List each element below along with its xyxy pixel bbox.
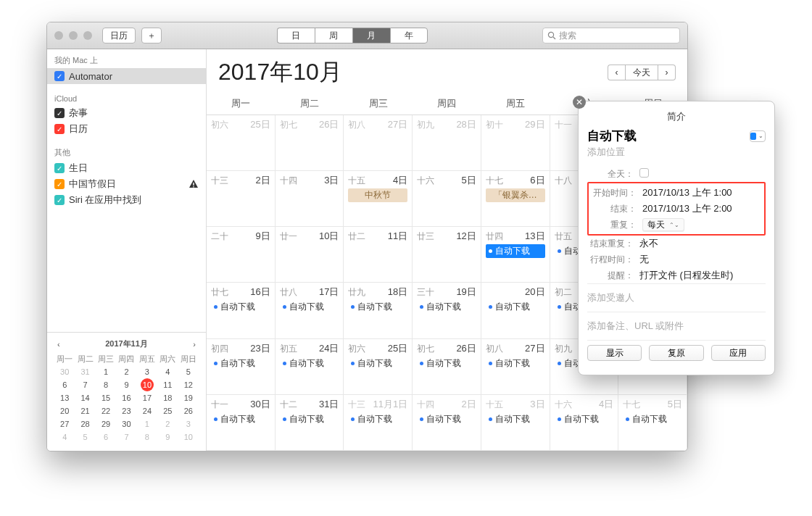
mini-day[interactable]: 13 (54, 391, 75, 404)
event[interactable]: 自动下载 (417, 412, 476, 426)
mini-day[interactable]: 1 (96, 365, 116, 378)
view-week[interactable]: 周 (315, 28, 352, 43)
view-day[interactable]: 日 (277, 28, 315, 43)
event[interactable]: 自动下载 (486, 300, 545, 314)
sidebar-item-misc[interactable]: ✓ 杂事 (47, 105, 206, 121)
prev-month-button[interactable]: ‹ (608, 64, 625, 80)
mini-day[interactable]: 4 (157, 365, 178, 378)
mini-day[interactable]: 20 (54, 404, 75, 417)
calendars-toggle-button[interactable]: 日历 (102, 28, 136, 43)
mini-day[interactable]: 15 (96, 391, 116, 404)
day-cell[interactable]: 廿一10日 (276, 227, 344, 283)
mini-day[interactable]: 16 (116, 391, 136, 404)
event[interactable]: 自动下载 (348, 412, 407, 426)
mini-day[interactable]: 3 (178, 417, 199, 430)
day-cell[interactable]: 三十19日自动下载 (413, 283, 481, 338)
mini-day[interactable]: 21 (75, 404, 95, 417)
apply-button[interactable]: 应用 (711, 345, 766, 361)
repeat-select[interactable]: 每天 ⌃⌄ (642, 218, 684, 231)
day-cell[interactable]: 十三2日 (207, 171, 276, 227)
mini-day[interactable]: 2 (157, 417, 178, 430)
event[interactable]: 自动下载 (348, 300, 407, 314)
event[interactable]: 自动下载 (486, 412, 545, 426)
day-cell[interactable]: 初七26日 (276, 115, 344, 171)
day-cell[interactable]: 初六25日自动下载 (344, 339, 413, 395)
show-button[interactable]: 显示 (587, 345, 642, 361)
add-invitees-field[interactable]: 添加受邀人 (587, 283, 766, 312)
event[interactable]: 自动下载 (280, 412, 339, 426)
mini-day[interactable]: 14 (75, 391, 95, 404)
mini-day[interactable]: 9 (116, 378, 136, 391)
day-cell[interactable]: 十五4日中秋节 (344, 171, 413, 227)
event[interactable]: 自动下载 (348, 357, 407, 370)
sidebar-item-automator[interactable]: ✓ Automator (47, 68, 206, 84)
day-cell[interactable]: 初五24日自动下载 (276, 339, 344, 395)
checkbox-icon[interactable]: ✓ (54, 179, 65, 189)
day-cell[interactable]: 廿七16日自动下载 (207, 283, 276, 338)
sidebar-item-holiday[interactable]: ✓ 中国节假日 (47, 176, 206, 192)
mini-day[interactable]: 25 (157, 404, 178, 417)
mini-day[interactable]: 17 (137, 391, 157, 404)
day-cell[interactable]: 初八27日自动下载 (481, 339, 550, 395)
day-cell[interactable]: 十一30日自动下载 (207, 395, 276, 451)
day-cell[interactable]: 廿三12日 (413, 227, 481, 283)
event[interactable]: 自动下载 (555, 412, 614, 426)
mini-day[interactable]: 4 (54, 430, 75, 444)
mini-prev-button[interactable]: ‹ (54, 340, 63, 349)
event[interactable]: 自动下载 (280, 300, 339, 314)
mini-day[interactable]: 23 (116, 404, 136, 417)
view-year[interactable]: 年 (390, 28, 428, 43)
mini-next-button[interactable]: › (190, 340, 199, 349)
search-input[interactable]: 搜索 (542, 28, 680, 43)
mini-day[interactable]: 7 (75, 378, 95, 391)
view-month[interactable]: 月 (352, 28, 390, 43)
mini-day[interactable]: 30 (54, 365, 75, 378)
day-cell[interactable]: 十二31日自动下载 (276, 395, 344, 451)
day-cell[interactable]: 廿二11日 (344, 227, 413, 283)
day-cell[interactable]: 20日自动下载 (481, 283, 550, 338)
add-location-field[interactable]: 添加位置 (587, 146, 766, 159)
day-cell[interactable]: 初十29日 (481, 115, 550, 171)
day-cell[interactable]: 初七26日自动下载 (413, 339, 481, 395)
event[interactable]: 自动下载 (417, 300, 476, 314)
mini-day[interactable]: 6 (96, 430, 116, 444)
mini-day[interactable]: 6 (54, 378, 75, 391)
allday-checkbox[interactable] (639, 168, 649, 178)
checkbox-icon[interactable]: ✓ (54, 108, 65, 118)
travel-time-field[interactable]: 无 (639, 253, 649, 266)
mini-day[interactable]: 8 (96, 378, 116, 391)
day-cell[interactable]: 十三11月1日自动下载 (344, 395, 413, 451)
view-segmented-control[interactable]: 日 周 月 年 (277, 28, 428, 43)
mini-day[interactable]: 31 (75, 365, 95, 378)
today-button[interactable]: 今天 (625, 64, 658, 80)
mini-day[interactable]: 9 (157, 430, 178, 444)
event[interactable]: 自动下载 (211, 300, 270, 314)
day-cell[interactable]: 廿九18日自动下载 (344, 283, 413, 338)
day-cell[interactable]: 十六5日 (413, 171, 481, 227)
mini-day[interactable]: 26 (178, 404, 199, 417)
mini-day[interactable]: 22 (96, 404, 116, 417)
next-month-button[interactable]: › (658, 64, 676, 80)
event[interactable]: 自动下载 (623, 412, 682, 426)
day-cell[interactable]: 廿四13日自动下载 (481, 227, 550, 283)
checkbox-icon[interactable]: ✓ (54, 71, 65, 81)
sidebar-item-siri[interactable]: ✓ Siri 在应用中找到 (47, 192, 206, 208)
event-title-field[interactable]: 自动下载 (587, 128, 637, 144)
calendar-color-picker[interactable]: ⌄ (750, 130, 766, 142)
day-cell[interactable]: 廿八17日自动下载 (276, 283, 344, 338)
event[interactable]: 自动下载 (486, 357, 545, 370)
mini-day[interactable]: 10 (178, 430, 199, 444)
mini-day[interactable]: 24 (137, 404, 157, 417)
mini-day[interactable]: 8 (137, 430, 157, 444)
checkbox-icon[interactable]: ✓ (54, 124, 65, 134)
event[interactable]: 自动下载 (280, 357, 339, 370)
revert-button[interactable]: 复原 (649, 345, 703, 361)
event[interactable]: 自动下载 (211, 357, 270, 370)
mini-day[interactable]: 5 (178, 365, 199, 378)
zoom-icon[interactable] (83, 31, 92, 40)
end-time-field[interactable]: 2017/10/13 上午 2:00 (642, 202, 732, 215)
mini-day[interactable]: 11 (157, 378, 178, 391)
end-repeat-field[interactable]: 永不 (639, 237, 658, 250)
mini-day[interactable]: 18 (157, 391, 178, 404)
minimize-icon[interactable] (69, 31, 78, 40)
